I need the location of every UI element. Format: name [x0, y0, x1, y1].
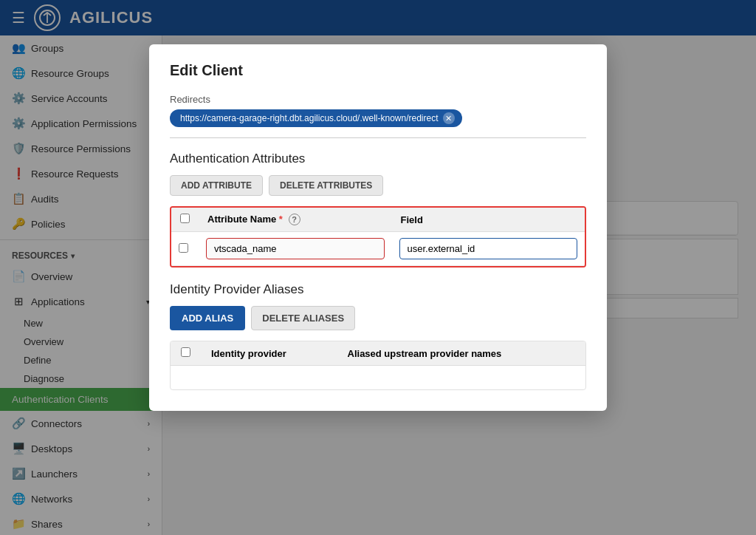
help-icon[interactable]: ?: [289, 214, 300, 225]
select-all-header: [171, 208, 199, 232]
row-checkbox-cell: [171, 232, 199, 266]
idp-header-row: Identity provider Aliased upstream provi…: [171, 341, 585, 366]
modal-overlay[interactable]: Edit Client Redirects https://camera-gar…: [0, 0, 756, 535]
modal-title: Edit Client: [170, 62, 586, 79]
add-alias-button[interactable]: ADD ALIAS: [170, 306, 245, 330]
add-attribute-button[interactable]: ADD ATTRIBUTE: [170, 175, 263, 196]
alias-buttons: ADD ALIAS DELETE ALIASES: [170, 306, 586, 330]
redirects-chip-row: https://camera-garage-right.dbt.agilicus…: [170, 109, 586, 138]
attribute-field-cell: [392, 232, 585, 266]
idp-table: Identity provider Aliased upstream provi…: [171, 341, 585, 389]
edit-client-modal: Edit Client Redirects https://camera-gar…: [149, 44, 607, 411]
auth-attributes-title: Authentication Attributes: [170, 151, 586, 166]
attributes-table-wrapper: Attribute Name * ? Field: [170, 206, 586, 268]
required-indicator: *: [279, 214, 283, 225]
idp-empty-row: [171, 366, 585, 390]
idp-table-wrapper: Identity provider Aliased upstream provi…: [170, 341, 586, 390]
attribute-row: [171, 232, 585, 266]
attribute-name-header: Attribute Name * ?: [199, 208, 392, 232]
attribute-field-input[interactable]: [399, 238, 578, 259]
remove-redirect-button[interactable]: ✕: [443, 112, 455, 124]
attributes-header-row: Attribute Name * ? Field: [171, 208, 585, 232]
idp-provider-header: Identity provider: [201, 341, 337, 366]
redirect-chip: https://camera-garage-right.dbt.agilicus…: [170, 109, 462, 127]
attribute-buttons: ADD ATTRIBUTE DELETE ATTRIBUTES: [170, 175, 586, 196]
idp-aliases-title: Identity Provider Aliases: [170, 282, 586, 297]
idp-select-all-checkbox[interactable]: [181, 347, 190, 357]
delete-aliases-button[interactable]: DELETE ALIASES: [251, 306, 355, 330]
redirect-url: https://camera-garage-right.dbt.agilicus…: [180, 113, 439, 123]
row-checkbox[interactable]: [179, 243, 188, 253]
select-all-checkbox[interactable]: [180, 214, 190, 223]
attribute-name-input[interactable]: [206, 238, 385, 259]
attribute-name-cell: [199, 232, 392, 266]
field-header: Field: [392, 208, 585, 232]
idp-aliases-header: Aliased upstream provider names: [337, 341, 585, 366]
attributes-table: Attribute Name * ? Field: [171, 208, 585, 266]
delete-attributes-button[interactable]: DELETE ATTRIBUTES: [269, 175, 383, 196]
redirects-label: Redirects: [170, 94, 586, 105]
idp-select-all-header: [171, 341, 201, 366]
